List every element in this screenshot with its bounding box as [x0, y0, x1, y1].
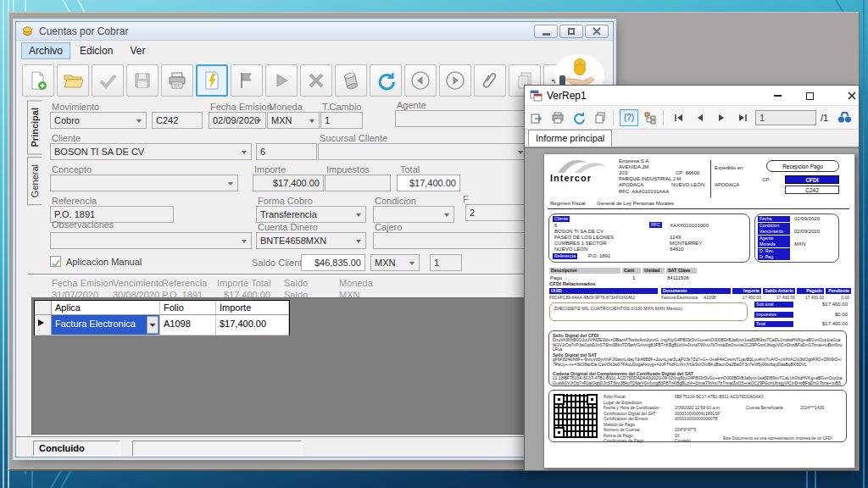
saldo-tc-field[interactable]: 1 [430, 254, 462, 271]
title-bar[interactable]: Cuentas por Cobrar [16, 22, 613, 41]
open-button[interactable] [57, 64, 89, 97]
chevron-down-icon [242, 240, 247, 246]
chevron-down-icon [256, 119, 261, 125]
new-document-button[interactable] [22, 64, 54, 97]
rel-header-pagado: Pagado [797, 288, 824, 294]
tab-principal[interactable]: Principal [27, 100, 42, 154]
search-button[interactable] [835, 109, 854, 126]
report-close-button[interactable] [838, 86, 860, 106]
cliente-numero: 6 [554, 223, 557, 228]
moneda-combo[interactable]: MXN [267, 112, 320, 129]
rfc-value: XAXX010101000 [670, 223, 709, 228]
refresh-report-button[interactable] [570, 109, 588, 126]
saldo-moneda-combo[interactable]: MXN [370, 254, 420, 271]
cliente-numero-field[interactable]: 6 [256, 143, 317, 160]
forward-button[interactable] [265, 64, 298, 97]
condicion-combo[interactable] [373, 206, 454, 223]
fiscal-label: Folio Fiscal: [604, 394, 626, 399]
flag-button[interactable] [231, 64, 263, 97]
row-selector[interactable] [35, 315, 52, 336]
report-viewer[interactable]: Intercor Empresa S.A. AVENIDA JM 203 CP:… [525, 147, 859, 470]
refresh-button[interactable] [370, 64, 402, 97]
rel-pagado: 17,400.00 [797, 295, 824, 300]
grid-column-aplica[interactable]: Aplica [52, 301, 160, 315]
previous-button[interactable] [404, 64, 437, 97]
movimiento-combo[interactable]: Cobro [50, 112, 147, 129]
grid-column-importe[interactable]: Importe [216, 301, 289, 315]
export-button[interactable] [527, 109, 546, 126]
delete-button[interactable] [300, 64, 332, 97]
attach-button[interactable] [474, 64, 506, 97]
cuenta-dinero-combo[interactable]: BNTE4658MXN [256, 232, 366, 249]
tab-general[interactable]: General [27, 157, 42, 205]
page-total-label: /1 [821, 113, 828, 123]
agente-field[interactable] [395, 110, 529, 127]
cliente-label: Cliente [52, 133, 81, 143]
status-message [132, 441, 302, 456]
help-toggle-button[interactable]: (?) [620, 109, 638, 126]
impuestos-field[interactable] [325, 175, 391, 191]
nav-last-button[interactable] [733, 109, 752, 126]
grid-cell-importe[interactable]: $17,400.00 [216, 315, 289, 336]
tab-informe-principal[interactable]: Informe principal [528, 130, 612, 147]
tcambio-field[interactable]: 1 [320, 112, 363, 129]
grid-cell-aplica[interactable]: Factura Electronica [52, 315, 160, 336]
concepto-combo[interactable] [50, 175, 238, 191]
nav-prev-button[interactable] [691, 109, 709, 126]
field-tag: Condicion [758, 223, 790, 229]
partial-field[interactable]: 2 [465, 204, 533, 221]
group-tree-button[interactable] [641, 109, 659, 126]
cliente-cp: 64610 [670, 247, 684, 252]
page-number-input[interactable] [755, 110, 816, 125]
report-minimize-button[interactable] [764, 86, 791, 106]
rel-header-saldo: Saldo Anterio [763, 288, 795, 294]
next-circle-icon [445, 70, 465, 91]
importe-field[interactable]: $17,400.00 [253, 175, 324, 191]
copy-button[interactable] [591, 109, 609, 126]
referencia-label: Referencia [52, 196, 97, 206]
menu-archivo[interactable]: Archivo [21, 42, 70, 59]
fiscal-value: 224*5*47*5 [675, 427, 696, 432]
subtotal-value: $17,400.00 [798, 302, 848, 307]
report-maximize-button[interactable] [796, 86, 823, 106]
cancel-roll-button[interactable] [335, 64, 367, 97]
cajero-field[interactable] [373, 232, 530, 249]
total-field[interactable]: $17,400.00 [397, 175, 460, 191]
cliente-tag: Cliente [553, 216, 570, 222]
save-icon [132, 70, 153, 91]
menu-ver[interactable]: Ver [122, 42, 153, 59]
close-button[interactable] [585, 25, 609, 38]
company-number: 203 [619, 170, 627, 175]
menu-edicion[interactable]: Edicion [72, 42, 120, 59]
movimiento-folio-field[interactable]: C242 [152, 112, 203, 129]
report-title-bar[interactable]: VerRep1 [525, 86, 859, 106]
saldo-cliente-field[interactable]: $46,835.00 [301, 254, 365, 271]
cuenta-dinero-label: Cuenta Dinero [258, 222, 318, 232]
apply-document-button[interactable] [196, 64, 228, 97]
maximize-button[interactable] [559, 25, 583, 38]
minimize-button[interactable] [534, 25, 558, 38]
cliente-combo[interactable]: BOSON TI SA DE CV [50, 143, 252, 160]
observaciones-combo[interactable] [50, 232, 252, 249]
chevron-down-icon [309, 119, 314, 125]
grid-column-folio[interactable]: Folio [160, 301, 216, 315]
print-button[interactable] [161, 64, 193, 97]
fecha-emision-combo[interactable]: 02/09/2020 [209, 112, 266, 129]
fiscal-value: Contado [675, 438, 691, 443]
grid-cell-folio[interactable]: A1098 [160, 315, 216, 336]
sucursal-cliente-combo[interactable] [318, 143, 528, 160]
rel-uuid: F0CAFC89-64AA-4B09-9F76-873AF0341462 [549, 295, 635, 300]
x-icon [306, 70, 326, 91]
print-report-button[interactable] [548, 109, 567, 126]
nav-next-button[interactable] [712, 109, 731, 126]
next-button[interactable] [439, 64, 471, 97]
cell-dropdown-button[interactable] [147, 316, 159, 334]
nav-first-button[interactable] [670, 109, 688, 126]
save-button[interactable] [126, 64, 159, 97]
forma-cobro-combo[interactable]: Transferencia [256, 206, 366, 223]
item-sat: 84111506 [667, 275, 689, 280]
rel-pendiente: 0.00 [826, 295, 849, 300]
copy-icon [593, 111, 607, 125]
aplicacion-manual-checkbox[interactable] [50, 256, 61, 267]
confirm-button[interactable] [92, 64, 124, 97]
